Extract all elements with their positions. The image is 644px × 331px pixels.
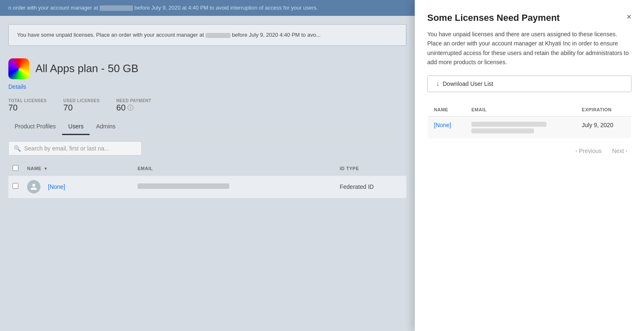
need-payment-value: 60 i	[116, 103, 151, 113]
close-button[interactable]: ×	[626, 13, 631, 21]
table-header: NAME ▼ EMAIL ID TYPE	[8, 162, 406, 176]
row-name-cell: [None]	[48, 183, 131, 190]
modal-row-name: [None]	[428, 116, 465, 138]
modal-table: NAME EMAIL EXPIRATION [None] July 9, 202…	[427, 103, 631, 139]
next-button[interactable]: Next ›	[608, 145, 631, 157]
name-sort-arrow[interactable]: ▼	[43, 166, 48, 171]
details-link[interactable]: Details	[8, 83, 26, 90]
warning-blurred-name	[205, 33, 231, 38]
modal-user-name-link[interactable]: [None]	[434, 122, 451, 128]
total-licenses-stat: TOTAL LICENSES 70	[8, 98, 47, 113]
header-idtype-col: ID TYPE	[340, 166, 402, 171]
banner-blurred-name	[100, 5, 133, 11]
row-idtype-cell: Federated ID	[340, 183, 402, 190]
warning-text-after: before July 9, 2020 4:40 PM to avo...	[232, 32, 321, 38]
banner-text-after: before July 9, 2020 at 4:40 PM to avoid …	[135, 5, 318, 11]
modal-col-name: NAME	[428, 103, 465, 116]
modal-header: Some Licenses Need Payment ×	[427, 13, 631, 23]
modal-description: You have unpaid licenses and there are u…	[427, 30, 631, 67]
need-payment-stat: NEED PAYMENT 60 i	[116, 98, 151, 113]
used-licenses-value: 70	[63, 103, 100, 113]
tabs-container: Product Profiles Users Admins	[0, 119, 415, 135]
select-all-checkbox[interactable]	[13, 165, 18, 171]
modal-title: Some Licenses Need Payment	[427, 13, 560, 23]
row-checkbox-col	[13, 183, 21, 190]
details-link-container: Details	[0, 81, 415, 94]
chevron-left-icon: ‹	[576, 148, 577, 154]
download-user-list-button[interactable]: ↓ Download User List	[427, 75, 631, 92]
user-table: NAME ▼ EMAIL ID TYPE [None] Federated ID	[0, 162, 415, 198]
license-stats: TOTAL LICENSES 70 USED LICENSES 70 NEED …	[0, 94, 415, 117]
warning-box: You have some unpaid licenses. Place an …	[8, 24, 406, 46]
info-icon[interactable]: i	[128, 105, 133, 110]
header-email-col: EMAIL	[138, 166, 333, 171]
plan-icon	[8, 58, 29, 79]
modal-col-expiration: EXPIRATION	[576, 103, 631, 116]
previous-label: Previous	[579, 148, 601, 154]
row-email-cell	[138, 183, 333, 190]
warning-text-before: You have some unpaid licenses. Place an …	[17, 32, 204, 38]
top-banner: n order with your account manager at bef…	[0, 0, 415, 16]
modal-panel: Some Licenses Need Payment × You have un…	[415, 0, 644, 331]
table-row: [None] Federated ID	[8, 176, 406, 198]
header-name-col: NAME ▼	[27, 166, 131, 171]
need-payment-label: NEED PAYMENT	[116, 98, 151, 103]
avatar	[27, 180, 42, 193]
search-icon: 🔍	[14, 145, 21, 152]
avatar-circle	[27, 180, 40, 193]
main-background: n order with your account manager at bef…	[0, 0, 415, 331]
banner-text-before: n order with your account manager at	[8, 5, 98, 11]
modal-col-email: EMAIL	[465, 103, 576, 116]
user-name-link[interactable]: [None]	[48, 183, 65, 190]
download-icon: ↓	[436, 80, 439, 88]
tab-admins[interactable]: Admins	[90, 119, 122, 135]
total-licenses-label: TOTAL LICENSES	[8, 98, 47, 103]
plan-header: All Apps plan - 50 GB	[0, 52, 415, 81]
search-area: 🔍	[0, 135, 415, 162]
chevron-right-icon: ›	[626, 148, 627, 154]
used-licenses-stat: USED LICENSES 70	[63, 98, 100, 113]
user-email-blurred	[138, 183, 229, 189]
download-button-label: Download User List	[443, 80, 493, 87]
plan-title: All Apps plan - 50 GB	[35, 62, 138, 75]
next-label: Next	[612, 148, 624, 154]
tab-users[interactable]: Users	[62, 119, 90, 135]
tab-product-profiles[interactable]: Product Profiles	[8, 119, 62, 135]
modal-row-expiration: July 9, 2020	[576, 116, 631, 138]
pagination: ‹ Previous Next ›	[427, 145, 631, 157]
modal-table-header-row: NAME EMAIL EXPIRATION	[428, 103, 631, 116]
modal-email-blur-1	[471, 122, 546, 127]
previous-button[interactable]: ‹ Previous	[571, 145, 606, 157]
row-checkbox[interactable]	[13, 183, 18, 189]
search-box: 🔍	[8, 141, 142, 155]
total-licenses-value: 70	[8, 103, 47, 113]
used-licenses-label: USED LICENSES	[63, 98, 100, 103]
modal-row-email	[465, 116, 576, 138]
modal-table-row: [None] July 9, 2020	[428, 116, 631, 138]
header-checkbox-col	[13, 165, 21, 172]
search-input[interactable]	[24, 145, 136, 152]
modal-email-blur-2	[471, 128, 534, 133]
